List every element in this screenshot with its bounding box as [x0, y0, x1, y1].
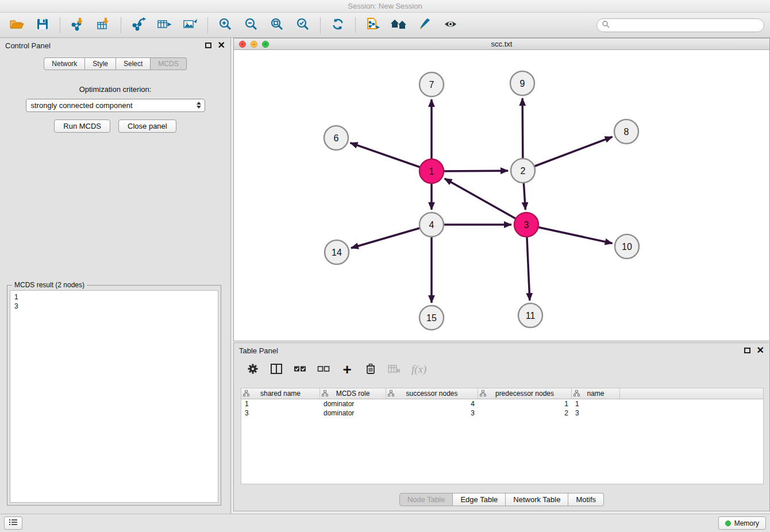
column-header-MCDS-role[interactable]: MCDS role [320, 388, 386, 399]
graph-node-1[interactable]: 1 [419, 159, 444, 183]
zoom-selected-button[interactable] [292, 15, 314, 36]
delete-row-button[interactable] [364, 363, 377, 376]
export-image-icon [183, 17, 198, 33]
graph-node-4[interactable]: 4 [419, 213, 444, 237]
graph-node-3[interactable]: 3 [514, 213, 538, 237]
open-session-button[interactable] [6, 15, 28, 36]
column-header-predecessor-nodes[interactable]: predecessor nodes [478, 388, 572, 399]
network-from-selection-button[interactable] [362, 15, 384, 36]
export-image-button[interactable] [179, 15, 201, 36]
save-session-button[interactable] [32, 15, 53, 36]
zoom-fit-button[interactable] [266, 15, 288, 36]
table-toolbar: + f(x) [234, 358, 769, 381]
table-header-row: shared nameMCDS rolesuccessor nodesprede… [241, 388, 763, 399]
mcds-result-value: 3 [14, 302, 214, 311]
table-panel-title: Table Panel [239, 346, 278, 355]
float-table-panel-icon[interactable] [744, 348, 750, 353]
control-panel: Control Panel ✕ NetworkStyleSelectMCDS O… [0, 38, 231, 514]
table-cell: 1 [241, 399, 320, 408]
graph-edge-1-to-6[interactable] [351, 143, 432, 171]
minimize-window-icon[interactable]: − [251, 41, 257, 48]
style-brush-button[interactable] [414, 15, 436, 36]
graph-node-8[interactable]: 8 [614, 119, 638, 144]
apply-layout-button[interactable] [327, 15, 349, 36]
graph-node-11[interactable]: 11 [518, 303, 542, 327]
criterion-dropdown[interactable]: strongly connected component [26, 99, 205, 112]
toolbar-search[interactable] [596, 18, 764, 32]
graph-edge-3-to-1[interactable] [445, 179, 526, 225]
add-row-button[interactable]: + [341, 364, 353, 375]
tab-mcds[interactable]: MCDS [151, 57, 186, 70]
close-window-icon[interactable]: × [239, 41, 246, 48]
export-network-icon [131, 17, 146, 33]
column-header-successor-nodes[interactable]: successor nodes [386, 388, 478, 399]
memory-button[interactable]: Memory [718, 516, 766, 530]
tab-select[interactable]: Select [116, 57, 151, 70]
svg-text:3: 3 [524, 220, 529, 230]
table-panel-header: Table Panel ✕ [234, 343, 769, 358]
status-bar: Memory [0, 514, 770, 532]
graph-edge-2-to-8[interactable] [523, 137, 613, 171]
tab-network-table[interactable]: Network Table [506, 493, 568, 506]
close-table-panel-icon[interactable]: ✕ [757, 346, 764, 355]
table-cell: 1 [572, 399, 620, 408]
delete-table-button[interactable] [388, 364, 401, 376]
node-table: shared nameMCDS rolesuccessor nodesprede… [241, 388, 764, 484]
export-table-button[interactable] [153, 15, 175, 36]
open-folder-icon [9, 17, 24, 33]
table-cell: 3 [572, 408, 620, 418]
tab-node-table[interactable]: Node Table [399, 493, 453, 506]
network-window-title: scc.txt [491, 40, 513, 48]
close-panel-icon[interactable]: ✕ [218, 41, 225, 50]
memory-status-dot [725, 521, 731, 526]
zoom-in-button[interactable] [214, 15, 236, 36]
tab-edge-table[interactable]: Edge Table [453, 493, 506, 506]
run-mcds-button[interactable]: Run MCDS [54, 119, 110, 133]
mcds-result-group: MCDS result (2 nodes) 13 [7, 285, 221, 506]
table-row[interactable]: 3dominator323 [241, 408, 763, 418]
zoom-out-icon [244, 17, 258, 33]
svg-text:14: 14 [332, 248, 342, 257]
select-all-button[interactable] [294, 365, 306, 375]
close-panel-button[interactable]: Close panel [118, 119, 176, 133]
graph-node-7[interactable]: 7 [419, 72, 444, 97]
maximize-window-icon[interactable]: + [262, 41, 269, 48]
network-from-selection-icon [365, 17, 380, 33]
table-cell: 4 [386, 399, 478, 408]
tab-style[interactable]: Style [85, 57, 116, 70]
export-table-icon [157, 17, 172, 33]
float-panel-icon[interactable] [205, 43, 211, 48]
graph-edge-3-to-10[interactable] [526, 225, 613, 243]
houses-icon [390, 17, 407, 33]
import-table-button[interactable] [93, 15, 114, 36]
column-type-icon [243, 390, 249, 396]
function-builder-button[interactable]: f(x) [411, 363, 426, 376]
graph-node-14[interactable]: 14 [325, 240, 349, 264]
network-window-titlebar[interactable]: × − + scc.txt [234, 38, 769, 50]
first-neighbors-button[interactable] [388, 15, 410, 36]
zoom-out-button[interactable] [240, 15, 262, 36]
graph-node-15[interactable]: 15 [419, 306, 444, 330]
network-graph-canvas[interactable]: 1234678910111415 [234, 50, 769, 341]
task-history-button[interactable] [4, 516, 22, 530]
deselect-all-button[interactable] [317, 365, 330, 375]
column-header-name[interactable]: name [572, 388, 620, 399]
graph-node-10[interactable]: 10 [615, 234, 639, 259]
tab-motifs[interactable]: Motifs [568, 493, 604, 506]
graph-node-9[interactable]: 9 [510, 71, 534, 95]
table-settings-button[interactable] [247, 363, 259, 376]
graph-node-2[interactable]: 2 [511, 159, 535, 183]
search-input[interactable] [613, 21, 759, 29]
column-header-label: successor nodes [406, 390, 457, 398]
export-network-button[interactable] [128, 15, 149, 36]
graphics-details-button[interactable] [440, 15, 461, 36]
mcds-result-value: 1 [14, 292, 214, 302]
network-view-window: × − + scc.txt 1234678910111415 [233, 38, 770, 341]
graph-node-6[interactable]: 6 [324, 126, 348, 150]
tab-network[interactable]: Network [44, 57, 85, 70]
table-row[interactable]: 1dominator411 [241, 399, 763, 408]
mcds-result-box[interactable]: 13 [10, 290, 218, 503]
show-columns-button[interactable] [270, 364, 283, 376]
column-header-shared-name[interactable]: shared name [241, 388, 320, 399]
import-network-button[interactable] [67, 15, 88, 36]
